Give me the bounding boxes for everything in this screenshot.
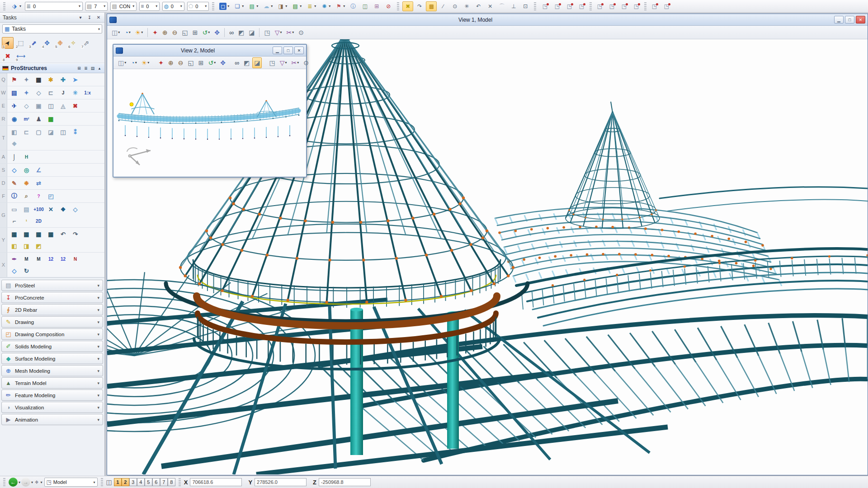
section-terrain-model[interactable]: ▲Terrain Model▾: [1, 377, 103, 389]
zoom-out-button[interactable]: ⊖: [170, 27, 179, 38]
table-import-icon[interactable]: ▦: [20, 228, 33, 240]
part-family-icon[interactable]: ✱: [45, 74, 57, 85]
section-2d-rebar[interactable]: ∮2D Rebar▾: [1, 304, 103, 315]
toolbar-grip[interactable]: [534, 2, 536, 10]
section-visualization[interactable]: ◑Visualization▾: [1, 402, 103, 413]
view-next-button[interactable]: ◪: [252, 57, 262, 68]
update-view-button[interactable]: ✦: [156, 57, 165, 68]
view-display-mode-button[interactable]: ◫▾: [116, 57, 128, 68]
window-area-button[interactable]: ◱: [180, 27, 190, 38]
snap-keypoint-button[interactable]: ▩: [426, 1, 437, 11]
section-proconcrete[interactable]: ↧ProConcrete▾: [1, 292, 103, 303]
lock-solid-icon[interactable]: ▣: [33, 100, 45, 112]
washer-assign-icon[interactable]: ◩: [33, 240, 45, 252]
tasks-menu-chevron-icon[interactable]: ▾: [77, 15, 84, 20]
level-offset-100-icon[interactable]: +100: [33, 203, 45, 215]
pin-panel-icon[interactable]: ↧: [86, 15, 93, 20]
maximize-button[interactable]: □: [845, 16, 854, 23]
layout-grid-icon[interactable]: ⊞: [76, 66, 82, 70]
steel-export-icon[interactable]: ✕: [45, 203, 57, 215]
render-tools-button[interactable]: ✺▾: [319, 1, 332, 11]
move-parallel-button[interactable]: ⬈3: [28, 37, 40, 49]
rotate-view-button[interactable]: ↺▾: [200, 27, 212, 38]
page-mark-icon[interactable]: M: [33, 253, 45, 265]
undo-tool-icon[interactable]: ↶: [57, 228, 69, 240]
annotation-1-button[interactable]: ◳: [649, 1, 660, 11]
solid-box-icon[interactable]: ◇: [8, 164, 20, 176]
sheet-manager-button[interactable]: ▤▾: [246, 1, 260, 11]
change-attributes-button[interactable]: ❉5: [54, 37, 66, 49]
clip-mask-button[interactable]: ✂▾: [284, 27, 296, 38]
drop-element-button[interactable]: ✧6: [67, 37, 79, 49]
frame-model-icon[interactable]: ◇: [33, 87, 45, 99]
frame-copy-icon[interactable]: ◰: [45, 190, 57, 202]
delete-solid-icon[interactable]: ✖: [69, 100, 81, 112]
measure-info-icon[interactable]: ⓘ: [8, 190, 20, 202]
coordinate-value-x[interactable]: 706618.6: [190, 478, 242, 486]
clip-mask-button[interactable]: ✂▾: [289, 57, 301, 68]
named-boundary-4-button[interactable]: ◳: [576, 1, 587, 11]
grid-diamond-icon[interactable]: ❖: [8, 138, 20, 150]
toolbar-grip[interactable]: [644, 2, 646, 10]
toolbar-grip[interactable]: [212, 2, 214, 10]
close-button[interactable]: ✕: [856, 16, 865, 23]
view-toggle-6[interactable]: 6: [152, 478, 160, 486]
view2-canvas[interactable]: [113, 69, 306, 177]
language-flags-icon[interactable]: ⚑: [8, 74, 20, 85]
axis-solid-icon[interactable]: ◬: [57, 100, 69, 112]
section-drawing[interactable]: ✎Drawing▾: [1, 316, 103, 328]
fabrication-settings-icon[interactable]: ✦: [20, 74, 33, 85]
pan-view-button[interactable]: ✥: [218, 57, 227, 68]
toolbar-grip[interactable]: [590, 2, 592, 10]
toolbar-grip[interactable]: [3, 2, 5, 10]
active-transparency-combo[interactable]: ⬠0▾: [187, 2, 209, 11]
panel-tool-icon[interactable]: ▭: [8, 203, 20, 215]
point-grid-button[interactable]: ⊞: [371, 1, 382, 11]
span-mark-icon[interactable]: M: [20, 253, 33, 265]
part-tag-icon[interactable]: ◇: [69, 203, 81, 215]
maximize-button[interactable]: □: [283, 47, 293, 54]
collapse-icon[interactable]: ▴: [97, 66, 102, 70]
edit-part-icon[interactable]: ✎: [8, 177, 20, 189]
minimize-button[interactable]: ▁: [834, 16, 844, 23]
view1-canvas[interactable]: View 2, Model ▁ □ ✕ ◫▾◔▾☀▾✦⊕⊖◱⊞↺▾✥∞◩◪◳▽▾…: [107, 39, 868, 475]
statusbar-grip[interactable]: [3, 478, 5, 486]
query-copy-icon[interactable]: ?: [33, 190, 45, 202]
scale-1x-icon[interactable]: 1:x: [81, 87, 94, 99]
fence-tools-button[interactable]: ⬚2: [15, 37, 27, 49]
snap-midpoint-button[interactable]: ∕: [438, 1, 448, 11]
profile-small-icon[interactable]: ⊏: [20, 126, 33, 138]
tag-blue-icon[interactable]: ◇: [8, 265, 20, 277]
nut-assign-icon[interactable]: ◨: [20, 240, 33, 252]
level-display-button[interactable]: ≣▾: [304, 1, 318, 11]
acs-compass-icon[interactable]: ⌖: [35, 478, 38, 486]
zoom-out-button[interactable]: ⊖: [176, 57, 185, 68]
window-area-button[interactable]: ◱: [186, 57, 196, 68]
snap-bisector-button[interactable]: ↶: [473, 1, 484, 11]
copy-view-button[interactable]: ◳: [267, 57, 277, 68]
measure-distance-button[interactable]: ⟷9: [15, 50, 27, 62]
profile-c-icon[interactable]: ⊏: [45, 87, 57, 99]
references-button[interactable]: ▤▾: [290, 1, 303, 11]
active-color-combo[interactable]: ▤7▾: [85, 2, 108, 11]
copy-view-button[interactable]: ◳: [262, 27, 272, 38]
model-selector-combo[interactable]: ◳ Model ▾: [44, 478, 98, 487]
view-toggle-7[interactable]: 7: [160, 478, 168, 486]
area-m2-icon[interactable]: m²: [20, 113, 33, 125]
view-presentation-button[interactable]: ◔▾: [129, 57, 138, 68]
workpoint-star-icon[interactable]: ✳: [69, 87, 81, 99]
miter-cut-icon[interactable]: ∠: [33, 164, 45, 176]
prostructures-header[interactable]: ProStructures ⊞≣▤▴: [0, 63, 104, 73]
hook-j-icon[interactable]: J: [57, 87, 69, 99]
active-line-weight-combo[interactable]: ≡0▾: [139, 2, 160, 11]
point-clouds-button[interactable]: ☁▾: [261, 1, 274, 11]
view-presentation-button[interactable]: ◔▾: [123, 27, 132, 38]
paint-palette-icon[interactable]: ❉: [20, 177, 33, 189]
chevron-down-icon[interactable]: ▾: [31, 480, 33, 484]
statusbar-grip[interactable]: [179, 478, 181, 486]
new-design-file-button[interactable]: ❏▾: [232, 1, 245, 11]
view-toggle-1[interactable]: 1: [114, 478, 122, 486]
accusnap-toggle-button[interactable]: ✖: [402, 1, 413, 11]
statusbar-grip[interactable]: [101, 478, 103, 486]
zoom-in-button[interactable]: ⊕: [166, 57, 175, 68]
